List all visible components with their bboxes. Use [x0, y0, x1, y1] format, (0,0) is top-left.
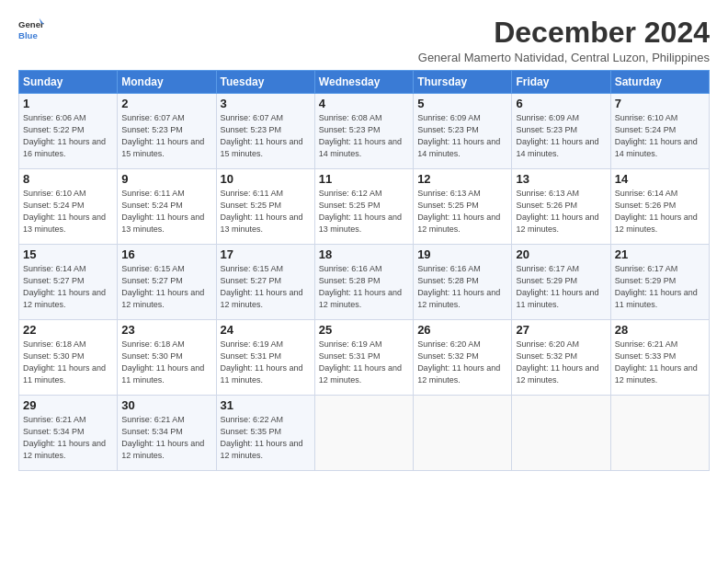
- calendar-cell: 20 Sunrise: 6:17 AMSunset: 5:29 PMDaylig…: [512, 245, 610, 320]
- calendar-cell: [512, 396, 610, 471]
- calendar-week-2: 8 Sunrise: 6:10 AMSunset: 5:24 PMDayligh…: [19, 169, 710, 245]
- day-number: 2: [121, 97, 211, 110]
- calendar-cell: 23 Sunrise: 6:18 AMSunset: 5:30 PMDaylig…: [118, 320, 216, 396]
- day-number: 24: [221, 323, 311, 337]
- day-info: Sunrise: 6:20 AMSunset: 5:32 PMDaylight:…: [516, 339, 598, 385]
- calendar-cell: 8 Sunrise: 6:10 AMSunset: 5:24 PMDayligh…: [19, 169, 118, 245]
- day-number: 29: [23, 398, 113, 412]
- calendar-cell: 3 Sunrise: 6:07 AMSunset: 5:23 PMDayligh…: [216, 94, 314, 169]
- calendar-cell: 15 Sunrise: 6:14 AMSunset: 5:27 PMDaylig…: [19, 245, 118, 320]
- day-number: 6: [516, 97, 606, 110]
- day-number: 21: [615, 247, 705, 261]
- day-number: 15: [23, 247, 113, 261]
- day-header-wednesday: Wednesday: [314, 71, 413, 94]
- calendar-cell: 31 Sunrise: 6:22 AMSunset: 5:35 PMDaylig…: [216, 396, 314, 471]
- calendar-week-1: 1 Sunrise: 6:06 AMSunset: 5:22 PMDayligh…: [19, 94, 710, 169]
- day-number: 8: [23, 172, 113, 186]
- day-info: Sunrise: 6:15 AMSunset: 5:27 PMDaylight:…: [121, 264, 204, 309]
- day-info: Sunrise: 6:18 AMSunset: 5:30 PMDaylight:…: [121, 339, 204, 385]
- calendar-cell: 5 Sunrise: 6:09 AMSunset: 5:23 PMDayligh…: [414, 94, 512, 169]
- calendar-cell: 18 Sunrise: 6:16 AMSunset: 5:28 PMDaylig…: [314, 245, 413, 320]
- logo: General Blue: [18, 17, 44, 42]
- calendar-cell: [610, 396, 709, 471]
- header: General Blue December 2024 General Mamer…: [18, 17, 710, 64]
- day-info: Sunrise: 6:07 AMSunset: 5:23 PMDaylight:…: [221, 113, 303, 158]
- day-number: 28: [615, 323, 705, 337]
- calendar-cell: [414, 396, 512, 471]
- day-info: Sunrise: 6:06 AMSunset: 5:22 PMDaylight:…: [23, 113, 106, 158]
- main-title: December 2024: [418, 17, 710, 49]
- day-number: 26: [417, 323, 507, 337]
- day-number: 1: [23, 97, 113, 110]
- calendar-week-4: 22 Sunrise: 6:18 AMSunset: 5:30 PMDaylig…: [19, 320, 710, 396]
- calendar-cell: 26 Sunrise: 6:20 AMSunset: 5:32 PMDaylig…: [414, 320, 512, 396]
- day-info: Sunrise: 6:07 AMSunset: 5:23 PMDaylight:…: [121, 113, 204, 158]
- day-header-friday: Friday: [512, 71, 610, 94]
- day-info: Sunrise: 6:21 AMSunset: 5:34 PMDaylight:…: [23, 415, 106, 460]
- calendar-week-5: 29 Sunrise: 6:21 AMSunset: 5:34 PMDaylig…: [19, 396, 710, 471]
- day-number: 14: [615, 172, 705, 186]
- day-info: Sunrise: 6:17 AMSunset: 5:29 PMDaylight:…: [615, 264, 698, 309]
- day-number: 11: [319, 172, 409, 186]
- day-info: Sunrise: 6:10 AMSunset: 5:24 PMDaylight:…: [23, 189, 106, 234]
- title-block: December 2024 General Mamerto Natividad,…: [418, 17, 710, 64]
- day-info: Sunrise: 6:19 AMSunset: 5:31 PMDaylight:…: [319, 339, 402, 385]
- day-number: 12: [417, 172, 507, 186]
- logo-icon: General Blue: [18, 17, 44, 42]
- calendar-cell: 13 Sunrise: 6:13 AMSunset: 5:26 PMDaylig…: [512, 169, 610, 245]
- calendar-cell: 16 Sunrise: 6:15 AMSunset: 5:27 PMDaylig…: [118, 245, 216, 320]
- day-number: 19: [417, 247, 507, 261]
- day-number: 23: [121, 323, 211, 337]
- day-number: 5: [417, 97, 507, 110]
- day-number: 30: [121, 398, 211, 412]
- day-info: Sunrise: 6:22 AMSunset: 5:35 PMDaylight:…: [221, 415, 303, 460]
- calendar-cell: 10 Sunrise: 6:11 AMSunset: 5:25 PMDaylig…: [216, 169, 314, 245]
- svg-text:Blue: Blue: [18, 30, 38, 40]
- day-number: 16: [121, 247, 211, 261]
- day-number: 10: [221, 172, 311, 186]
- calendar-cell: 4 Sunrise: 6:08 AMSunset: 5:23 PMDayligh…: [314, 94, 413, 169]
- day-info: Sunrise: 6:20 AMSunset: 5:32 PMDaylight:…: [417, 339, 500, 385]
- day-info: Sunrise: 6:08 AMSunset: 5:23 PMDaylight:…: [319, 113, 402, 158]
- day-info: Sunrise: 6:21 AMSunset: 5:34 PMDaylight:…: [121, 415, 204, 460]
- day-info: Sunrise: 6:11 AMSunset: 5:24 PMDaylight:…: [121, 189, 204, 234]
- calendar-cell: 30 Sunrise: 6:21 AMSunset: 5:34 PMDaylig…: [118, 396, 216, 471]
- day-info: Sunrise: 6:11 AMSunset: 5:25 PMDaylight:…: [221, 189, 303, 234]
- day-info: Sunrise: 6:09 AMSunset: 5:23 PMDaylight:…: [516, 113, 598, 158]
- calendar-week-3: 15 Sunrise: 6:14 AMSunset: 5:27 PMDaylig…: [19, 245, 710, 320]
- calendar-cell: 7 Sunrise: 6:10 AMSunset: 5:24 PMDayligh…: [610, 94, 709, 169]
- calendar-table: SundayMondayTuesdayWednesdayThursdayFrid…: [18, 70, 710, 471]
- subtitle: General Mamerto Natividad, Central Luzon…: [418, 51, 710, 64]
- day-info: Sunrise: 6:13 AMSunset: 5:25 PMDaylight:…: [417, 189, 500, 234]
- day-number: 20: [516, 247, 606, 261]
- day-header-saturday: Saturday: [610, 71, 709, 94]
- day-info: Sunrise: 6:21 AMSunset: 5:33 PMDaylight:…: [615, 339, 698, 385]
- day-header-thursday: Thursday: [414, 71, 512, 94]
- day-info: Sunrise: 6:10 AMSunset: 5:24 PMDaylight:…: [615, 113, 698, 158]
- day-info: Sunrise: 6:17 AMSunset: 5:29 PMDaylight:…: [516, 264, 598, 309]
- day-number: 7: [615, 97, 705, 110]
- calendar-cell: 2 Sunrise: 6:07 AMSunset: 5:23 PMDayligh…: [118, 94, 216, 169]
- calendar-cell: 9 Sunrise: 6:11 AMSunset: 5:24 PMDayligh…: [118, 169, 216, 245]
- calendar-cell: 24 Sunrise: 6:19 AMSunset: 5:31 PMDaylig…: [216, 320, 314, 396]
- calendar-cell: [314, 396, 413, 471]
- day-number: 4: [319, 97, 409, 110]
- day-number: 3: [221, 97, 311, 110]
- calendar-cell: 19 Sunrise: 6:16 AMSunset: 5:28 PMDaylig…: [414, 245, 512, 320]
- calendar-cell: 21 Sunrise: 6:17 AMSunset: 5:29 PMDaylig…: [610, 245, 709, 320]
- calendar-cell: 27 Sunrise: 6:20 AMSunset: 5:32 PMDaylig…: [512, 320, 610, 396]
- day-info: Sunrise: 6:12 AMSunset: 5:25 PMDaylight:…: [319, 189, 402, 234]
- day-number: 31: [221, 398, 311, 412]
- day-number: 25: [319, 323, 409, 337]
- day-number: 18: [319, 247, 409, 261]
- day-info: Sunrise: 6:14 AMSunset: 5:27 PMDaylight:…: [23, 264, 106, 309]
- day-number: 27: [516, 323, 606, 337]
- day-info: Sunrise: 6:16 AMSunset: 5:28 PMDaylight:…: [319, 264, 402, 309]
- day-info: Sunrise: 6:15 AMSunset: 5:27 PMDaylight:…: [221, 264, 303, 309]
- day-info: Sunrise: 6:14 AMSunset: 5:26 PMDaylight:…: [615, 189, 698, 234]
- day-info: Sunrise: 6:16 AMSunset: 5:28 PMDaylight:…: [417, 264, 500, 309]
- day-info: Sunrise: 6:09 AMSunset: 5:23 PMDaylight:…: [417, 113, 500, 158]
- day-number: 13: [516, 172, 606, 186]
- svg-text:General: General: [18, 19, 44, 29]
- page: General Blue December 2024 General Mamer…: [0, 0, 728, 563]
